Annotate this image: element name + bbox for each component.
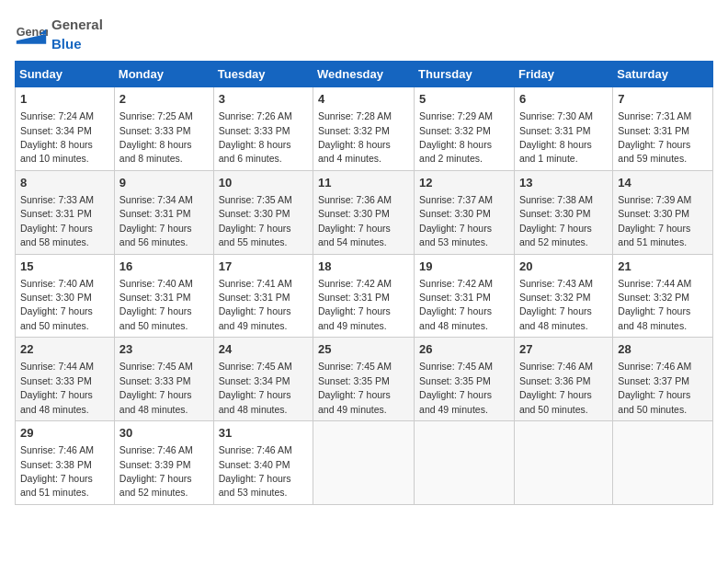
calendar-cell: 3 Sunrise: 7:26 AMSunset: 3:33 PMDayligh… xyxy=(213,87,313,171)
day-number: 29 xyxy=(20,425,109,442)
day-detail: Sunrise: 7:36 AMSunset: 3:30 PMDaylight:… xyxy=(318,194,392,247)
calendar-cell: 7 Sunrise: 7:31 AMSunset: 3:31 PMDayligh… xyxy=(613,87,713,171)
calendar-cell: 31 Sunrise: 7:46 AMSunset: 3:40 PMDaylig… xyxy=(213,421,313,505)
day-detail: Sunrise: 7:45 AMSunset: 3:33 PMDaylight:… xyxy=(119,361,193,414)
day-number: 10 xyxy=(219,175,308,191)
calendar-cell: 18 Sunrise: 7:42 AMSunset: 3:31 PMDaylig… xyxy=(313,254,415,338)
weekday-header-tuesday: Tuesday xyxy=(213,62,313,87)
day-detail: Sunrise: 7:44 AMSunset: 3:32 PMDaylight:… xyxy=(618,278,691,331)
day-number: 24 xyxy=(219,341,308,358)
calendar-cell: 28 Sunrise: 7:46 AMSunset: 3:37 PMDaylig… xyxy=(613,338,713,421)
day-detail: Sunrise: 7:45 AMSunset: 3:34 PMDaylight:… xyxy=(219,361,292,414)
calendar-cell: 8 Sunrise: 7:33 AMSunset: 3:31 PMDayligh… xyxy=(16,170,115,254)
day-detail: Sunrise: 7:46 AMSunset: 3:39 PMDaylight:… xyxy=(119,444,193,498)
logo-general: General xyxy=(51,17,103,32)
weekday-header-sunday: Sunday xyxy=(16,62,115,87)
day-detail: Sunrise: 7:46 AMSunset: 3:36 PMDaylight:… xyxy=(519,361,593,414)
day-number: 20 xyxy=(519,259,608,275)
calendar-cell xyxy=(415,421,515,505)
day-number: 23 xyxy=(119,341,209,358)
calendar-cell: 20 Sunrise: 7:43 AMSunset: 3:32 PMDaylig… xyxy=(514,254,612,338)
day-detail: Sunrise: 7:25 AMSunset: 3:33 PMDaylight:… xyxy=(119,110,193,164)
day-number: 22 xyxy=(20,341,109,358)
day-detail: Sunrise: 7:46 AMSunset: 3:37 PMDaylight:… xyxy=(618,361,691,414)
calendar-cell: 24 Sunrise: 7:45 AMSunset: 3:34 PMDaylig… xyxy=(213,338,313,421)
day-number: 9 xyxy=(119,175,209,191)
day-number: 19 xyxy=(419,259,509,275)
day-number: 1 xyxy=(20,91,109,108)
day-detail: Sunrise: 7:28 AMSunset: 3:32 PMDaylight:… xyxy=(318,110,392,164)
day-number: 4 xyxy=(318,91,409,108)
day-number: 2 xyxy=(119,91,209,108)
day-number: 30 xyxy=(119,425,209,442)
day-number: 25 xyxy=(318,341,409,358)
day-detail: Sunrise: 7:42 AMSunset: 3:31 PMDaylight:… xyxy=(419,278,493,331)
day-detail: Sunrise: 7:44 AMSunset: 3:33 PMDaylight:… xyxy=(20,361,94,414)
day-number: 5 xyxy=(419,91,509,108)
day-detail: Sunrise: 7:46 AMSunset: 3:40 PMDaylight:… xyxy=(219,444,292,498)
day-number: 14 xyxy=(618,175,708,191)
day-detail: Sunrise: 7:33 AMSunset: 3:31 PMDaylight:… xyxy=(20,194,94,247)
weekday-header-wednesday: Wednesday xyxy=(313,62,415,87)
day-number: 27 xyxy=(519,341,608,358)
calendar-cell xyxy=(313,421,415,505)
weekday-header-saturday: Saturday xyxy=(613,62,713,87)
calendar-cell: 22 Sunrise: 7:44 AMSunset: 3:33 PMDaylig… xyxy=(16,338,115,421)
logo: General General Blue xyxy=(15,15,103,53)
day-number: 16 xyxy=(119,259,209,275)
calendar-cell: 14 Sunrise: 7:39 AMSunset: 3:30 PMDaylig… xyxy=(613,170,713,254)
day-number: 13 xyxy=(519,175,608,191)
calendar-cell xyxy=(613,421,713,505)
calendar-cell: 15 Sunrise: 7:40 AMSunset: 3:30 PMDaylig… xyxy=(16,254,115,338)
day-number: 6 xyxy=(519,91,608,108)
calendar-cell: 25 Sunrise: 7:45 AMSunset: 3:35 PMDaylig… xyxy=(313,338,415,421)
day-detail: Sunrise: 7:38 AMSunset: 3:30 PMDaylight:… xyxy=(519,194,593,247)
calendar-cell: 6 Sunrise: 7:30 AMSunset: 3:31 PMDayligh… xyxy=(514,87,612,171)
day-detail: Sunrise: 7:41 AMSunset: 3:31 PMDaylight:… xyxy=(219,278,292,331)
calendar-week-3: 15 Sunrise: 7:40 AMSunset: 3:30 PMDaylig… xyxy=(16,254,713,338)
calendar-week-1: 1 Sunrise: 7:24 AMSunset: 3:34 PMDayligh… xyxy=(16,87,713,171)
day-number: 28 xyxy=(618,341,708,358)
logo-icon: General xyxy=(15,17,48,51)
calendar-cell: 11 Sunrise: 7:36 AMSunset: 3:30 PMDaylig… xyxy=(313,170,415,254)
calendar-cell: 2 Sunrise: 7:25 AMSunset: 3:33 PMDayligh… xyxy=(114,87,213,171)
day-detail: Sunrise: 7:26 AMSunset: 3:33 PMDaylight:… xyxy=(219,110,292,164)
calendar-cell: 27 Sunrise: 7:46 AMSunset: 3:36 PMDaylig… xyxy=(514,338,612,421)
day-number: 3 xyxy=(219,91,308,108)
day-detail: Sunrise: 7:29 AMSunset: 3:32 PMDaylight:… xyxy=(419,110,493,164)
day-detail: Sunrise: 7:43 AMSunset: 3:32 PMDaylight:… xyxy=(519,278,593,331)
day-detail: Sunrise: 7:40 AMSunset: 3:30 PMDaylight:… xyxy=(20,278,94,331)
day-detail: Sunrise: 7:30 AMSunset: 3:31 PMDaylight:… xyxy=(519,110,593,164)
calendar-cell: 30 Sunrise: 7:46 AMSunset: 3:39 PMDaylig… xyxy=(114,421,213,505)
calendar-cell xyxy=(514,421,612,505)
day-detail: Sunrise: 7:40 AMSunset: 3:31 PMDaylight:… xyxy=(119,278,193,331)
calendar-cell: 10 Sunrise: 7:35 AMSunset: 3:30 PMDaylig… xyxy=(213,170,313,254)
day-detail: Sunrise: 7:46 AMSunset: 3:38 PMDaylight:… xyxy=(20,444,94,498)
calendar-cell: 9 Sunrise: 7:34 AMSunset: 3:31 PMDayligh… xyxy=(114,170,213,254)
weekday-header-thursday: Thursday xyxy=(415,62,515,87)
calendar-cell: 21 Sunrise: 7:44 AMSunset: 3:32 PMDaylig… xyxy=(613,254,713,338)
day-detail: Sunrise: 7:34 AMSunset: 3:31 PMDaylight:… xyxy=(119,194,193,247)
calendar-week-2: 8 Sunrise: 7:33 AMSunset: 3:31 PMDayligh… xyxy=(16,170,713,254)
day-detail: Sunrise: 7:35 AMSunset: 3:30 PMDaylight:… xyxy=(219,194,292,247)
day-number: 15 xyxy=(20,259,109,275)
day-number: 7 xyxy=(618,91,708,108)
day-number: 12 xyxy=(419,175,509,191)
day-number: 18 xyxy=(318,259,409,275)
day-number: 11 xyxy=(318,175,409,191)
calendar-cell: 1 Sunrise: 7:24 AMSunset: 3:34 PMDayligh… xyxy=(16,87,115,171)
day-number: 31 xyxy=(219,425,308,442)
day-detail: Sunrise: 7:45 AMSunset: 3:35 PMDaylight:… xyxy=(419,361,493,414)
calendar-cell: 5 Sunrise: 7:29 AMSunset: 3:32 PMDayligh… xyxy=(415,87,515,171)
day-number: 21 xyxy=(618,259,708,275)
day-detail: Sunrise: 7:42 AMSunset: 3:31 PMDaylight:… xyxy=(318,278,392,331)
weekday-header-friday: Friday xyxy=(514,62,612,87)
calendar-cell: 23 Sunrise: 7:45 AMSunset: 3:33 PMDaylig… xyxy=(114,338,213,421)
page-header: General General Blue xyxy=(15,15,713,53)
calendar-cell: 16 Sunrise: 7:40 AMSunset: 3:31 PMDaylig… xyxy=(114,254,213,338)
calendar-cell: 26 Sunrise: 7:45 AMSunset: 3:35 PMDaylig… xyxy=(415,338,515,421)
day-number: 8 xyxy=(20,175,109,191)
weekday-header-monday: Monday xyxy=(114,62,213,87)
calendar-cell: 29 Sunrise: 7:46 AMSunset: 3:38 PMDaylig… xyxy=(16,421,115,505)
calendar-cell: 19 Sunrise: 7:42 AMSunset: 3:31 PMDaylig… xyxy=(415,254,515,338)
